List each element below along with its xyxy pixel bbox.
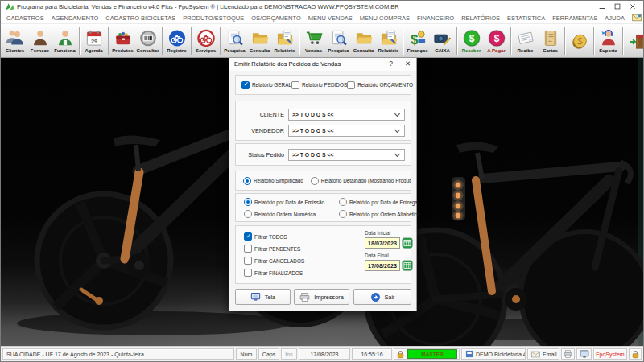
checkbox-relatorio-pedidos[interactable]: Relatório PEDIDOS xyxy=(291,81,347,89)
menu-cadastros[interactable]: CADASTROS xyxy=(6,14,44,22)
toolbar-button-funcionarios[interactable]: Funciona xyxy=(52,24,77,57)
checkbox-filtrar-finalizados[interactable]: Filtrar FINALIZADOS xyxy=(244,269,304,277)
status-num-lock: Num xyxy=(236,348,257,360)
cliente-select[interactable]: >> T O D O S << xyxy=(288,109,405,121)
minimize-button[interactable] xyxy=(596,2,609,11)
toolbar-button-suporte[interactable]: Suporte xyxy=(596,24,621,57)
toolbar-button-cartas[interactable]: Cartas xyxy=(538,24,563,57)
checkbox-filtrar-todos[interactable]: Filtrar TODOS xyxy=(244,232,304,241)
vendedor-select[interactable]: >> T O D O S << xyxy=(288,125,405,137)
detail-level-group: Relatório Simplificado Relatório Detalha… xyxy=(235,171,411,191)
exit-door-icon xyxy=(628,31,644,51)
toolbar-button-agenda[interactable]: 29Agenda xyxy=(81,24,106,57)
menu-email[interactable]: E-MAIL xyxy=(632,14,644,22)
data-final-field[interactable]: 17/08/2023 xyxy=(365,260,400,271)
radio-ordem-numerica[interactable]: Relatório Ordem Numérica xyxy=(244,210,339,218)
toolbar-button-consulta-vendas[interactable]: Consulta xyxy=(351,24,376,57)
report-folder-icon xyxy=(275,28,295,47)
menu-cadastro-bicicletas[interactable]: CADASTRO BICICLETAS xyxy=(105,14,175,22)
toolbar-button-sair-app[interactable] xyxy=(625,24,644,57)
toolbar-button-registro[interactable]: Registro xyxy=(164,24,189,57)
menu-ajuda[interactable]: AJUDA xyxy=(605,14,625,22)
maximize-button[interactable] xyxy=(611,2,624,11)
status-email[interactable]: Email xyxy=(527,348,559,360)
dialog-title-bar[interactable]: Emitir Relatório dos Pedidos de Vendas ?… xyxy=(229,58,416,71)
radio-dot[interactable] xyxy=(339,198,347,206)
toolbar-button-consultar[interactable]: Consultar xyxy=(135,24,160,57)
toolbar-button-moeda[interactable] xyxy=(567,24,592,57)
radio-dot[interactable] xyxy=(244,198,252,206)
checkbox-box[interactable] xyxy=(244,232,252,241)
checkbox-box[interactable] xyxy=(347,81,355,89)
menu-compras[interactable]: MENU COMPRAS xyxy=(360,14,410,22)
menu-agendamento[interactable]: AGENDAMENTO xyxy=(52,14,99,22)
agenda-day: 29 xyxy=(91,39,97,45)
status-caps-lock: Caps xyxy=(258,348,279,360)
radio-detalhado[interactable]: Relatório Detalhado (Mostrando Produtos) xyxy=(311,177,411,185)
close-button[interactable] xyxy=(626,2,639,11)
toolbar-separator xyxy=(402,27,403,55)
menu-os-orcamento[interactable]: OS/ORÇAMENTO xyxy=(251,14,301,22)
radio-ordem-alfabetica[interactable]: Relatório por Ordem Alfabética xyxy=(339,210,419,218)
toolbar-button-receber[interactable]: Receber xyxy=(459,24,484,57)
radio-dot[interactable] xyxy=(243,177,251,185)
radio-data-emissao[interactable]: Relatório por Data de Emissão xyxy=(244,198,339,206)
toolbar-button-vendas[interactable]: Vendas xyxy=(301,24,326,57)
toolbar-button-caixa[interactable]: CAIXA xyxy=(430,24,455,57)
toolbar-button-consulta-os[interactable]: Consulta xyxy=(247,24,272,57)
radio-dot[interactable] xyxy=(311,177,319,185)
checkbox-box[interactable] xyxy=(244,245,252,253)
radio-dot[interactable] xyxy=(339,210,347,218)
toolbar-button-servicos[interactable]: Serviços xyxy=(193,24,218,57)
toolbar-button-fornecedores[interactable]: Fornece xyxy=(27,24,52,57)
status-printer[interactable] xyxy=(561,348,575,360)
dollar-red-icon xyxy=(487,28,506,47)
dialog-help-button[interactable]: ? xyxy=(382,58,399,71)
menu-produto-estoque[interactable]: PRODUTO/ESTOQUE xyxy=(183,14,244,22)
toolbar-button-a-pagar[interactable]: A Pagar xyxy=(484,24,509,57)
report-folder-icon xyxy=(379,28,398,47)
radio-dot[interactable] xyxy=(244,210,252,218)
toolbar: Clientes Fornece Funciona 29Agenda Produ… xyxy=(1,24,643,58)
toolbar-button-relatorio-vendas[interactable]: Relatório xyxy=(376,24,401,57)
sair-button[interactable]: Sair xyxy=(353,289,411,305)
menu-vendas[interactable]: MENU VENDAS xyxy=(308,14,353,22)
cash-register-icon xyxy=(433,28,452,47)
checkbox-filtrar-pendentes[interactable]: Filtrar PENDENTES xyxy=(244,245,304,253)
checkbox-box[interactable] xyxy=(242,81,250,89)
calendar-picker-button[interactable] xyxy=(402,237,413,249)
toolbar-button-clientes[interactable]: Clientes xyxy=(2,24,27,57)
dialog-close-button[interactable]: ✕ xyxy=(399,58,416,71)
app-icon xyxy=(465,350,473,358)
status-computer[interactable] xyxy=(576,348,592,360)
toolbar-button-produtos[interactable]: Produtos xyxy=(110,24,135,57)
data-inicial-field[interactable]: 18/07/2023 xyxy=(365,237,400,249)
radio-simplificado[interactable]: Relatório Simplificado xyxy=(243,177,303,185)
menu-estatistica[interactable]: ESTATISTICA xyxy=(507,14,545,22)
toolbar-separator xyxy=(564,27,565,55)
menu-financeiro[interactable]: FINANCEIRO xyxy=(417,14,454,22)
checkbox-relatorio-geral[interactable]: Relatório GERAL xyxy=(242,81,291,89)
radio-data-entrega[interactable]: Relatório por Data de Entrega xyxy=(339,198,418,206)
toolbar-button-recibo[interactable]: Recibo xyxy=(513,24,538,57)
calendar-picker-button[interactable] xyxy=(402,260,413,271)
impressora-button[interactable]: Impressora xyxy=(294,289,349,305)
toolbar-button-pesquisa-vendas[interactable]: Pesquisa xyxy=(326,24,351,57)
checkbox-box[interactable] xyxy=(244,257,252,265)
status-pedido-select[interactable]: >> T O D O S << xyxy=(288,149,405,161)
shopping-cart-icon xyxy=(304,28,324,47)
checkbox-box[interactable] xyxy=(291,81,299,89)
order-group: Relatório por Data de Emissão Relatório … xyxy=(235,193,411,222)
toolbar-separator xyxy=(299,27,299,55)
checkbox-filtrar-cancelados[interactable]: Filtrar CANCELADOS xyxy=(244,257,304,265)
employee-icon xyxy=(56,28,75,47)
checkbox-box[interactable] xyxy=(244,269,252,277)
menu-ferramentas[interactable]: FERRAMENTAS xyxy=(552,14,597,22)
toolbar-button-pesquisa-os[interactable]: Pesquisa xyxy=(222,24,247,57)
checkbox-relatorio-orcamento[interactable]: Relatório ORÇAMENTO xyxy=(347,81,413,89)
toolbar-button-financas[interactable]: $Finanças xyxy=(405,24,430,57)
toolbar-button-relatorio-os[interactable]: Relatório xyxy=(272,24,297,57)
tela-button[interactable]: Tela xyxy=(235,289,291,305)
menu-relatorios[interactable]: RELATÓRIOS xyxy=(461,14,500,22)
barcode-icon xyxy=(138,28,158,47)
